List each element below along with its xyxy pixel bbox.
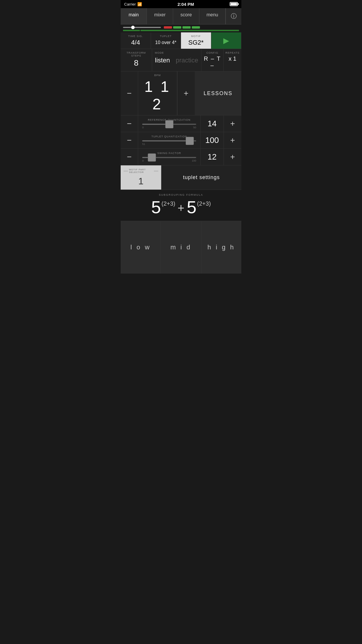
- bpm-label: BPM: [140, 74, 175, 77]
- main-slider-thumb: [131, 26, 135, 29]
- motif-dash-left: [124, 171, 128, 171]
- swing-thumb[interactable]: [148, 153, 156, 162]
- mode-label: MODE: [155, 51, 198, 54]
- track-bar-1: [123, 30, 140, 31]
- tuplet-quant-minus-button[interactable]: −: [121, 132, 138, 148]
- repeats-label: REPEATS: [225, 51, 240, 54]
- time-sig-value: 4/4: [122, 39, 149, 46]
- swing-minus-button[interactable]: −: [121, 149, 138, 165]
- swing-value: 12: [201, 149, 224, 165]
- tuplet-quant-slider-area: TUPLET QUANTIZATION 51: [138, 132, 201, 148]
- bpm-value: 1 1 2: [140, 78, 175, 113]
- sg-plus-operator: +: [178, 199, 184, 215]
- sg-term-2: 5 (2+3): [187, 199, 211, 216]
- tuplet-quant-track[interactable]: [142, 140, 196, 141]
- sg-superscript-2: (2+3): [197, 200, 211, 207]
- listen-button[interactable]: listen: [155, 57, 170, 64]
- swing-max: 100: [192, 159, 196, 162]
- tuplet-value: 10 over 4*: [153, 39, 179, 45]
- motif-part-selector-label: MOTIF PART SELECTOR: [129, 168, 153, 174]
- tuplet-cell[interactable]: TUPLET 10 over 4*: [151, 32, 181, 49]
- led-green-2: [182, 26, 191, 29]
- sig-row: TIME SIG. 4/4 TUPLET 10 over 4* MOTIF SG…: [121, 32, 241, 49]
- carrier-label: Carrier 📶: [124, 2, 142, 6]
- motif-part-label-row: MOTIF PART SELECTOR: [124, 168, 158, 174]
- motif-part-number: 1: [138, 176, 144, 187]
- subgrouping-area: SUBGROUPING FORMULA 5 (2+3) + 5 (2+3): [121, 190, 241, 221]
- ref-quant-thumb[interactable]: [165, 120, 173, 128]
- swing-factor-row: − SWING FACTOR 0 100 12 +: [121, 149, 241, 165]
- tuplet-quant-value: 100: [201, 132, 224, 148]
- ref-quant-max: 50: [193, 126, 196, 129]
- low-button[interactable]: l o w: [121, 221, 161, 274]
- swing-plus-button[interactable]: +: [224, 149, 241, 165]
- motif-part-row: MOTIF PART SELECTOR 1 tuplet settings: [121, 165, 241, 190]
- tuplet-settings-button[interactable]: tuplet settings: [161, 165, 241, 190]
- tuplet-label: TUPLET: [153, 35, 179, 38]
- ref-quant-min: 0: [142, 126, 144, 129]
- bpm-plus-button[interactable]: +: [177, 71, 195, 115]
- led-indicators: [164, 26, 200, 29]
- info-button[interactable]: ⓘ: [226, 8, 241, 24]
- repeats-cell[interactable]: REPEATS x 1: [223, 49, 241, 71]
- sg-number-1: 5: [151, 199, 161, 216]
- tab-main[interactable]: main: [121, 8, 147, 24]
- tuplet-quant-thumb[interactable]: [186, 137, 194, 145]
- main-slider[interactable]: [123, 27, 161, 28]
- tab-mixer[interactable]: mixer: [147, 8, 173, 24]
- high-button[interactable]: h i g h: [201, 221, 241, 274]
- subgrouping-label: SUBGROUPING FORMULA: [124, 193, 238, 196]
- bpm-display: BPM 1 1 2: [138, 71, 177, 115]
- repeats-value: x 1: [225, 55, 240, 62]
- swing-track[interactable]: [142, 157, 196, 158]
- play-cell[interactable]: ▶: [211, 32, 242, 49]
- motif-label: MOTIF: [183, 35, 209, 38]
- status-bar: Carrier 📶 2:04 PM: [121, 0, 241, 8]
- time-sig-cell[interactable]: TIME SIG. 4/4: [121, 32, 151, 49]
- sg-number-2: 5: [187, 199, 196, 216]
- tuplet-quantization-row: − TUPLET QUANTIZATION 51 100 +: [121, 132, 241, 149]
- mode-buttons: listen practice: [155, 57, 198, 64]
- subgrouping-formula: 5 (2+3) + 5 (2+3): [124, 199, 238, 216]
- ref-quant-minus-button[interactable]: −: [121, 116, 138, 132]
- track-bars: [123, 30, 239, 31]
- tab-score[interactable]: score: [173, 8, 199, 24]
- play-button[interactable]: ▶: [223, 37, 229, 44]
- led-red: [164, 26, 172, 29]
- config-cell[interactable]: CONFIG R – T –: [201, 49, 223, 71]
- tuplet-quant-fill: [142, 140, 190, 141]
- lessons-button[interactable]: LESSONS: [195, 71, 241, 115]
- carrier-text: Carrier: [124, 2, 136, 6]
- ref-quant-track[interactable]: [142, 124, 196, 125]
- tuplet-quant-min: 51: [142, 143, 145, 146]
- sg-superscript-1: (2+3): [161, 200, 175, 207]
- practice-button[interactable]: practice: [176, 57, 198, 64]
- transform-steps-label: TRANSFORM STEPS: [124, 51, 149, 57]
- bpm-row: − BPM 1 1 2 + LESSONS: [121, 71, 241, 116]
- motif-dash-right: [154, 171, 158, 171]
- ref-quant-slider-area: REFERENCE QUANTIZATION 0 50: [138, 116, 201, 132]
- track-bar-2: [140, 30, 239, 31]
- mode-cell: MODE listen practice: [152, 49, 201, 71]
- motif-cell[interactable]: MOTIF SG2*: [181, 32, 211, 49]
- transform-steps-cell[interactable]: TRANSFORM STEPS 8: [121, 49, 152, 71]
- swing-slider-area: SWING FACTOR 0 100: [138, 149, 201, 165]
- ref-quantization-row: − REFERENCE QUANTIZATION 0 50 14 +: [121, 116, 241, 132]
- ref-quant-plus-button[interactable]: +: [224, 116, 241, 132]
- battery-fill: [231, 3, 237, 5]
- led-green-3: [192, 26, 200, 29]
- bpm-minus-button[interactable]: −: [121, 71, 138, 115]
- config-value: R – T –: [203, 55, 222, 69]
- tab-menu[interactable]: menu: [199, 8, 226, 24]
- motif-part-cell[interactable]: MOTIF PART SELECTOR 1: [121, 165, 161, 190]
- indicator-area: [121, 24, 241, 32]
- transform-steps-value: 8: [124, 58, 149, 68]
- sg-term-1: 5 (2+3): [151, 199, 175, 216]
- ref-quant-value: 14: [201, 116, 224, 132]
- led-green-1: [173, 26, 181, 29]
- mid-button[interactable]: m i d: [161, 221, 201, 274]
- motif-value: SG2*: [183, 39, 209, 46]
- config-label: CONFIG: [203, 51, 222, 54]
- tuplet-quant-plus-button[interactable]: +: [224, 132, 241, 148]
- status-time: 2:04 PM: [178, 2, 194, 7]
